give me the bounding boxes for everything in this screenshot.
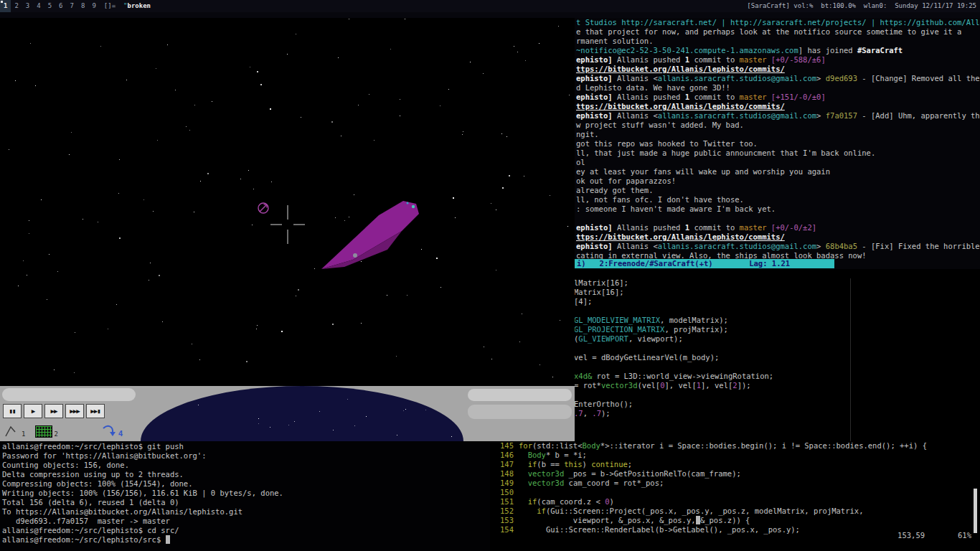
text-segment: Matrix[16]; — [574, 288, 624, 296]
grid-icon — [35, 425, 52, 438]
star — [281, 331, 283, 332]
text-segment — [519, 469, 528, 478]
workspace-tag-2[interactable]: 2 — [11, 0, 22, 12]
star — [156, 68, 156, 69]
game-window[interactable]: ▮▮▶▶▶▶▶▶▶▶▮ 1 2 4 — [0, 18, 575, 441]
star — [246, 361, 248, 362]
star — [390, 49, 391, 50]
text-segment: f7a0157 — [826, 111, 857, 120]
grid-label: 2 — [54, 430, 57, 438]
text-segment: already got them. — [576, 186, 653, 194]
text-segment: commit to — [689, 223, 740, 232]
irc-message: ok out for paparazzos! — [576, 176, 978, 186]
workspace-tag-4[interactable]: 4 — [33, 0, 44, 12]
rotate-tool[interactable]: 4 — [101, 424, 123, 438]
star — [400, 99, 400, 100]
text-segment: Gui::Screen::RenderLabel(b->GetLabel(), … — [519, 525, 800, 534]
status-text: [SaraCraft] vol:% bt:100.0% wlan0: Sunda… — [743, 0, 980, 12]
pause-button[interactable]: ▮▮ — [3, 404, 22, 418]
star — [403, 410, 404, 411]
star — [369, 94, 369, 95]
text-segment: ephisto] — [576, 55, 617, 64]
text-segment: = rot* — [574, 381, 601, 390]
irc-statusbar: i) 2:Freenode/#SaraCraft(+t) Lag: 1.21 — [574, 259, 834, 268]
line-number: 145 — [495, 441, 514, 451]
code-line: 146 Body* b = *i; — [495, 451, 980, 460]
grid-tool[interactable]: 2 — [35, 425, 57, 438]
play-button[interactable]: ▶ — [24, 404, 42, 418]
irc-message: ephisto] Allanis <allanis.saracraft.stud… — [576, 74, 978, 83]
text-segment: allanis.saracraft.studios@gmail.com — [658, 111, 816, 120]
workspace-tag-8[interactable]: 8 — [77, 0, 88, 12]
star — [83, 219, 83, 220]
star — [502, 187, 504, 189]
irc-message: e that project for now, and perhaps look… — [576, 27, 978, 37]
text-segment: > — [816, 111, 826, 120]
star — [522, 314, 522, 314]
text-segment: Allanis < — [617, 242, 658, 250]
line-number: 146 — [495, 451, 514, 460]
angle-tool[interactable]: 1 — [4, 425, 25, 438]
layout-indicator[interactable]: []= — [100, 0, 120, 12]
text-segment: ephisto] — [576, 111, 617, 120]
workspace-tag-7[interactable]: 7 — [67, 0, 77, 12]
star — [387, 295, 387, 296]
star — [298, 289, 299, 291]
star — [425, 410, 426, 410]
text-segment: - [Fix] Fixed the horrible — [857, 242, 980, 250]
workspace-tag-5[interactable]: 5 — [44, 0, 55, 12]
message-link[interactable]: ttps://bitbucket.org/Allanis/lephisto/co… — [576, 65, 785, 73]
star — [57, 271, 58, 272]
star — [47, 299, 47, 300]
star — [349, 19, 349, 19]
text-segment: ] has joined — [798, 46, 857, 55]
terminal-window[interactable]: allanis@freedom:~/src/lephisto$ git push… — [0, 441, 490, 551]
text-segment: x4d& — [574, 372, 592, 380]
text-segment: d9ed693..f7a0157 master -> master — [2, 517, 170, 525]
text-segment: , projMatrix); — [664, 325, 728, 334]
fast-forward-button[interactable]: ▶▶ — [44, 404, 63, 418]
irc-window[interactable]: t Studios http://saracraft.net/ | http:/… — [574, 18, 980, 269]
star — [453, 197, 454, 199]
irc-message: ephisto] Allanis pushed 1 commit to mast… — [576, 55, 978, 65]
text-segment: : someone I haven't made aware I'm back … — [576, 204, 776, 213]
line-number: 154 — [495, 525, 514, 534]
code-line: 152 if(Gui::Screen::Project(_pos.x, _pos… — [495, 507, 980, 516]
message-link[interactable]: ttps://bitbucket.org/Allanis/lephisto/co… — [576, 102, 785, 110]
star — [507, 136, 507, 137]
star — [258, 418, 259, 419]
text-segment: t Studios http://saracraft.net/ | http:/… — [576, 18, 980, 27]
line-number: 147 — [495, 460, 514, 469]
faster-forward-button[interactable]: ▶▶▶ — [65, 404, 84, 418]
workspace-tag-3[interactable]: 3 — [22, 0, 33, 12]
code-line: GL_MODELVIEW_MATRIX, modelMatrix); — [574, 316, 980, 325]
text-segment: ], vel[ — [701, 381, 732, 390]
text-segment: 68b4ba5 — [826, 242, 857, 250]
text-segment: Total 156 (delta 6), reused 1 (delta 0) — [2, 498, 179, 507]
star — [151, 411, 152, 412]
text-segment: ephisto] — [576, 242, 617, 250]
star — [517, 52, 518, 52]
text-segment: .7 — [592, 409, 601, 418]
message-link[interactable]: ttps://bitbucket.org/Allanis/lephisto/co… — [576, 232, 785, 241]
workspace-tag-6[interactable]: 6 — [55, 0, 66, 12]
star — [558, 26, 559, 27]
text-segment: ngit. — [576, 130, 599, 138]
irc-message: : someone I haven't made aware I'm back … — [576, 204, 978, 214]
star — [175, 90, 176, 90]
terminal-line: To https://Allanis@bitbucket.org/Allanis… — [2, 507, 488, 517]
player-ship[interactable] — [316, 194, 430, 276]
irc-message: ngit. — [576, 130, 978, 139]
workspace-tag-1[interactable]: 1 — [0, 0, 11, 12]
star — [191, 390, 192, 391]
code-line: lMatrix[16]; — [574, 278, 980, 288]
skip-forward-button[interactable]: ▶▶▮ — [86, 404, 105, 418]
star — [448, 89, 449, 90]
terminal-line: allanis@freedom:~/src/lephisto$ cd src/ — [2, 526, 488, 535]
editor-scrollbar-thumb[interactable] — [974, 489, 977, 533]
text-segment: EnterOrtho(); — [574, 400, 633, 408]
code-line: 151 if(cam_coord.z < 0) — [495, 497, 980, 507]
text-segment: Compressing objects: 100% (154/154), don… — [2, 479, 193, 488]
star — [167, 44, 168, 45]
workspace-tag-9[interactable]: 9 — [88, 0, 99, 12]
